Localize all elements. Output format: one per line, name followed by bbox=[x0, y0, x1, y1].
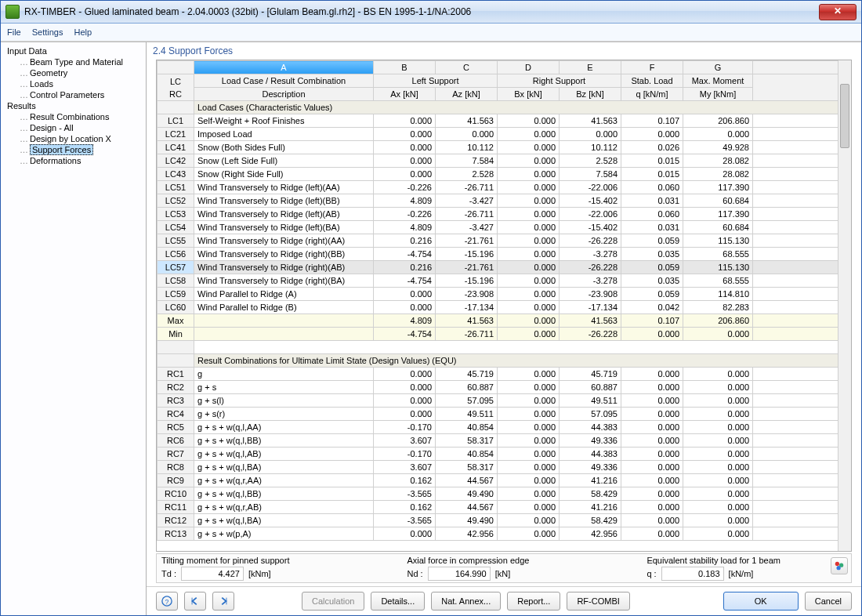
summary-bar: Tilting moment for pinned support Td : [… bbox=[156, 553, 852, 583]
summary-nd-title: Axial force in compression edge bbox=[407, 556, 529, 565]
calculation-button[interactable]: Calculation bbox=[302, 592, 364, 611]
col-letter[interactable]: F bbox=[621, 61, 683, 74]
col-letter[interactable]: D bbox=[498, 61, 560, 74]
close-button[interactable]: ✕ bbox=[819, 4, 857, 20]
summary-q-title: Equivalent stability load for 1 beam bbox=[646, 556, 781, 565]
col-letter[interactable]: E bbox=[560, 61, 621, 74]
cancel-button[interactable]: Cancel bbox=[805, 592, 852, 611]
table-row[interactable]: RC6g + s + w(q,l,BB)3.60758.3170.00049.3… bbox=[158, 434, 851, 448]
summary-td-symbol: Td : bbox=[161, 569, 176, 578]
menu-file[interactable]: File bbox=[7, 27, 21, 37]
results-grid[interactable]: ABCDEFGLCRCLoad Case / Result Combinatio… bbox=[156, 60, 852, 552]
table-row[interactable]: RC11g + s + w(q,r,AB)0.16244.5670.00041.… bbox=[158, 501, 851, 514]
summary-settings-icon[interactable] bbox=[831, 557, 848, 574]
summary-td-value[interactable] bbox=[181, 567, 244, 581]
col-letter[interactable]: G bbox=[683, 61, 753, 74]
table-row[interactable]: LC21Imposed Load0.0000.0000.0000.0000.00… bbox=[158, 128, 851, 141]
header-row-1: LCRCLoad Case / Result CombinationLeft S… bbox=[158, 74, 851, 88]
table-row[interactable]: LC60Wind Parallel to Ridge (B)0.000-17.1… bbox=[158, 301, 851, 314]
hdr-right-support: Right Support bbox=[498, 74, 621, 88]
summary-nd-unit: [kN] bbox=[495, 569, 511, 578]
window-title: RX-TIMBER - Glued laminated beam - 2.04.… bbox=[24, 6, 819, 17]
header-row-2: DescriptionAx [kN]Az [kN]Bx [kN]Bz [kN]q… bbox=[158, 88, 851, 101]
table-row-min[interactable]: Min-4.754-26.7110.000-26.2280.0000.000 bbox=[158, 328, 851, 341]
tree-item[interactable]: Control Parameters bbox=[1, 89, 146, 100]
summary-q-unit: [kN/m] bbox=[729, 569, 754, 578]
hdr-stab: Stab. Load bbox=[621, 74, 683, 88]
table-row[interactable]: RC12g + s + w(q,l,BA)-3.56549.4900.00058… bbox=[158, 514, 851, 527]
table-row[interactable]: LC59Wind Parallel to Ridge (A)0.000-23.9… bbox=[158, 288, 851, 301]
table-row[interactable]: RC2g + s0.00060.8870.00060.8870.0000.000 bbox=[158, 381, 851, 394]
details-button[interactable]: Details... bbox=[371, 592, 425, 611]
table-row[interactable]: LC1Self-Weight + Roof Finishes0.00041.56… bbox=[158, 114, 851, 128]
tree-group[interactable]: Results bbox=[1, 100, 146, 111]
table-row[interactable]: LC57Wind Transversely to Ridge (right)(A… bbox=[158, 261, 851, 274]
table-row-max[interactable]: Max4.80941.5630.00041.5630.107206.860 bbox=[158, 314, 851, 328]
menu-help[interactable]: Help bbox=[74, 27, 92, 37]
col-letter[interactable]: B bbox=[374, 61, 436, 74]
hdr-rc: LCRC bbox=[158, 74, 194, 101]
tree-item[interactable]: Deformations bbox=[1, 155, 146, 166]
section-row: Result Combinations for Ultimate Limit S… bbox=[158, 354, 851, 368]
menu-settings[interactable]: Settings bbox=[32, 27, 63, 37]
table-row[interactable]: LC52Wind Transversely to Ridge (left)(BB… bbox=[158, 194, 851, 208]
svg-point-0 bbox=[835, 562, 839, 566]
tree-group[interactable]: Input Data bbox=[1, 45, 146, 56]
summary-td-unit: [kNm] bbox=[248, 569, 271, 578]
tree-item[interactable]: Result Combinations bbox=[1, 111, 146, 122]
help-button[interactable]: ? bbox=[156, 592, 178, 611]
col-letter[interactable]: A bbox=[194, 61, 374, 74]
panel-title: 2.4 Support Forces bbox=[147, 42, 861, 60]
tree-item[interactable]: Geometry bbox=[1, 67, 146, 78]
nat-annex-button[interactable]: Nat. Annex... bbox=[431, 592, 501, 611]
summary-nd-value[interactable] bbox=[428, 567, 491, 581]
table-row[interactable]: LC55Wind Transversely to Ridge (right)(A… bbox=[158, 234, 851, 248]
svg-text:?: ? bbox=[165, 598, 169, 606]
menubar: File Settings Help bbox=[1, 24, 861, 42]
ok-button[interactable]: OK bbox=[723, 592, 799, 611]
table-row[interactable]: RC13g + s + w(p,A)0.00042.9560.00042.956… bbox=[158, 527, 851, 541]
col-letter[interactable]: C bbox=[436, 61, 498, 74]
col-letter-row: ABCDEFG bbox=[158, 61, 851, 74]
svg-point-2 bbox=[837, 566, 841, 570]
tree-item[interactable]: Design - All bbox=[1, 122, 146, 133]
table-row[interactable]: LC54Wind Transversely to Ridge (left)(BA… bbox=[158, 221, 851, 234]
rf-combi-button[interactable]: RF-COMBI bbox=[567, 592, 629, 611]
table-row[interactable]: RC5g + s + w(q,l,AA)-0.17040.8540.00044.… bbox=[158, 421, 851, 434]
table-row[interactable]: LC58Wind Transversely to Ridge (right)(B… bbox=[158, 274, 851, 288]
table-row[interactable]: LC43Snow (Right Side Full)0.0002.5280.00… bbox=[158, 168, 851, 181]
svg-rect-5 bbox=[192, 598, 193, 605]
table-row[interactable]: RC1g0.00045.7190.00045.7190.0000.000 bbox=[158, 368, 851, 381]
table-row[interactable]: LC42Snow (Left Side Full)0.0007.5840.000… bbox=[158, 154, 851, 168]
prev-button[interactable] bbox=[184, 592, 206, 611]
table-row[interactable]: RC3g + s(l)0.00057.0950.00049.5110.0000.… bbox=[158, 394, 851, 408]
tree-item[interactable]: Design by Location X bbox=[1, 133, 146, 144]
table-row[interactable]: RC9g + s + w(q,r,AA)0.16244.5670.00041.2… bbox=[158, 474, 851, 487]
navigator-tree[interactable]: Input DataBeam Type and MaterialGeometry… bbox=[1, 42, 147, 615]
summary-q-value[interactable] bbox=[661, 567, 724, 581]
next-button[interactable] bbox=[212, 592, 234, 611]
tree-item[interactable]: Support Forces bbox=[1, 144, 146, 155]
table-row[interactable]: RC4g + s(r)0.00049.5110.00057.0950.0000.… bbox=[158, 408, 851, 421]
svg-rect-6 bbox=[226, 598, 227, 605]
vertical-scrollbar[interactable] bbox=[838, 60, 851, 551]
tree-item[interactable]: Loads bbox=[1, 78, 146, 89]
hdr-moment: Max. Moment bbox=[683, 74, 753, 88]
app-icon bbox=[5, 5, 20, 19]
hdr-left-support: Left Support bbox=[374, 74, 498, 88]
table-row[interactable]: LC56Wind Transversely to Ridge (right)(B… bbox=[158, 248, 851, 261]
report-button[interactable]: Report... bbox=[507, 592, 560, 611]
table-row[interactable]: LC51Wind Transversely to Ridge (left)(AA… bbox=[158, 181, 851, 194]
main-panel: 2.4 Support Forces ABCDEFGLCRCLoad Case … bbox=[147, 42, 861, 615]
table-row[interactable]: LC53Wind Transversely to Ridge (left)(AB… bbox=[158, 208, 851, 221]
footer-bar: ? Calculation Details... Nat. Annex... R… bbox=[147, 586, 861, 615]
tree-item[interactable]: Beam Type and Material bbox=[1, 56, 146, 67]
table-row[interactable]: RC10g + s + w(q,l,BB)-3.56549.4900.00058… bbox=[158, 487, 851, 501]
app-window: RX-TIMBER - Glued laminated beam - 2.04.… bbox=[0, 0, 862, 616]
table-row[interactable]: RC8g + s + w(q,l,BA)3.60758.3170.00049.3… bbox=[158, 461, 851, 474]
table-row[interactable]: LC41Snow (Both Sides Full)0.00010.1120.0… bbox=[158, 141, 851, 154]
summary-nd-symbol: Nd : bbox=[407, 569, 422, 578]
spacer-row bbox=[158, 341, 851, 354]
table-row[interactable]: RC7g + s + w(q,l,AB)-0.17040.8540.00044.… bbox=[158, 448, 851, 461]
titlebar: RX-TIMBER - Glued laminated beam - 2.04.… bbox=[1, 1, 861, 24]
